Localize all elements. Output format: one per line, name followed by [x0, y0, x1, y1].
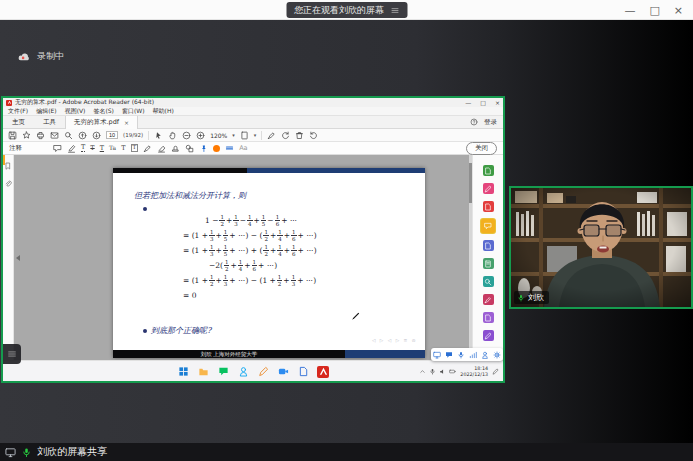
- print-icon[interactable]: [36, 131, 45, 140]
- highlighter-icon[interactable]: [67, 144, 76, 153]
- mic-icon[interactable]: [457, 351, 465, 359]
- zoom-level-label[interactable]: 120%: [210, 132, 227, 139]
- eraser-icon[interactable]: [157, 144, 166, 153]
- create-pdf-icon[interactable]: [483, 201, 494, 212]
- paperclip-icon[interactable]: [4, 180, 12, 188]
- notes-app-icon[interactable]: [257, 366, 269, 378]
- docs-app-icon[interactable]: [297, 366, 309, 378]
- select-cursor-icon[interactable]: [154, 131, 163, 140]
- text-tool-caret-icon[interactable]: T: [81, 144, 85, 152]
- fraction: 16: [275, 214, 281, 227]
- menu-item[interactable]: 编辑(E): [36, 107, 56, 116]
- menu-item[interactable]: 视图(V): [65, 107, 86, 116]
- page-view-icon[interactable]: [240, 131, 249, 140]
- send-comments-icon[interactable]: [483, 312, 494, 323]
- zoom-out-icon[interactable]: [182, 131, 191, 140]
- close-comment-toolbar-button[interactable]: 关闭: [466, 142, 497, 155]
- page-down-icon[interactable]: [92, 131, 101, 140]
- collapse-panel-arrow-icon[interactable]: [16, 255, 20, 261]
- minimize-button[interactable]: —: [624, 5, 635, 16]
- page-number-input[interactable]: [106, 131, 118, 139]
- menu-item[interactable]: 签名(S): [93, 107, 114, 116]
- pen-icon[interactable]: [143, 144, 152, 153]
- comment-icon[interactable]: [481, 219, 495, 233]
- text-tool-under-icon[interactable]: T: [100, 145, 104, 152]
- maximize-button[interactable]: □: [649, 5, 659, 16]
- edit-pdf-icon[interactable]: [483, 183, 494, 194]
- line-weight-icon[interactable]: [225, 144, 234, 153]
- scan-ocr-icon[interactable]: [483, 276, 494, 287]
- page-up-icon[interactable]: [78, 131, 87, 140]
- save-icon[interactable]: [8, 131, 17, 140]
- acrobat-reader-icon[interactable]: [317, 366, 329, 378]
- combine-files-icon[interactable]: [483, 240, 494, 251]
- shapes-icon[interactable]: [185, 144, 194, 153]
- chat-app-icon[interactable]: [237, 366, 249, 378]
- menu-item[interactable]: 窗口(W): [122, 107, 145, 116]
- mic-icon[interactable]: [429, 368, 436, 375]
- undo-icon[interactable]: [309, 131, 318, 140]
- chat-icon[interactable]: [445, 351, 453, 359]
- start-icon[interactable]: [177, 366, 189, 378]
- close-button[interactable]: ×: [674, 5, 683, 16]
- document-canvas[interactable]: 但若把加法和减法分开计算，则 1 − 12 + 13 − 14 + 15 − 1…: [14, 155, 469, 360]
- file-explorer-icon[interactable]: [197, 366, 209, 378]
- person-icon[interactable]: [481, 351, 489, 359]
- taskbar-clock[interactable]: 18:14 2022/12/13: [460, 366, 488, 378]
- banner-menu-icon[interactable]: [390, 6, 399, 15]
- star-icon[interactable]: [22, 131, 31, 140]
- tab-close-icon[interactable]: ×: [124, 119, 129, 126]
- signal-icon[interactable]: [469, 351, 477, 359]
- notification-pen-icon[interactable]: [492, 368, 499, 375]
- webcam-scene: [511, 188, 691, 307]
- organize-pages-icon[interactable]: [483, 258, 494, 269]
- acrobat-body: 但若把加法和减法分开计算，则 1 − 12 + 13 − 14 + 15 − 1…: [3, 155, 503, 360]
- font-size-label[interactable]: Aa: [239, 144, 247, 152]
- rotate-icon[interactable]: [281, 131, 290, 140]
- text-tool-plain-icon[interactable]: T: [121, 145, 125, 152]
- menu-item[interactable]: 文件(F): [8, 107, 28, 116]
- speaker-icon[interactable]: [439, 368, 446, 375]
- zoom-caret-icon[interactable]: ▾: [232, 132, 235, 138]
- help-icon[interactable]: [470, 118, 478, 126]
- gear-icon[interactable]: [493, 351, 501, 359]
- fill-sign-icon[interactable]: [483, 294, 494, 305]
- pen-icon[interactable]: [267, 131, 276, 140]
- page-view-caret-icon[interactable]: ▾: [254, 132, 257, 138]
- text-tool-sub-icon[interactable]: Ta: [109, 145, 116, 151]
- more-tools-icon[interactable]: [483, 330, 494, 341]
- text-tool-box-icon[interactable]: T: [131, 144, 139, 152]
- acrobat-minimize-button[interactable]: —: [465, 99, 471, 106]
- comment-bubble-icon[interactable]: [53, 144, 62, 153]
- tab-home[interactable]: 主页: [3, 118, 34, 127]
- monitor-icon[interactable]: [433, 351, 441, 359]
- fraction: 12: [263, 229, 269, 242]
- meeting-panel-handle[interactable]: [3, 344, 21, 364]
- hand-tool-icon[interactable]: [168, 131, 177, 140]
- stamp-icon[interactable]: [171, 144, 180, 153]
- slide-nav-controls[interactable]: ◁ ▷ ◁ ▷ ≡ ⊙: [372, 338, 417, 343]
- trash-icon[interactable]: [295, 131, 304, 140]
- wechat-icon[interactable]: [217, 366, 229, 378]
- battery-icon[interactable]: [449, 368, 456, 375]
- zoom-in-icon[interactable]: [196, 131, 205, 140]
- tab-document[interactable]: 无穷的算术.pdf ×: [65, 116, 138, 129]
- tab-tools[interactable]: 工具: [34, 118, 65, 127]
- email-icon[interactable]: [50, 131, 59, 140]
- watching-banner[interactable]: 您正在观看刘欣的屏幕: [286, 2, 407, 18]
- participant-video[interactable]: 刘欣: [509, 186, 693, 309]
- tencent-meeting-icon[interactable]: [277, 366, 289, 378]
- acrobat-maximize-button[interactable]: □: [480, 99, 486, 106]
- annotation-color-swatch[interactable]: [213, 145, 220, 152]
- chevron-up-icon[interactable]: [419, 368, 426, 375]
- sign-in-button[interactable]: 登录: [484, 118, 497, 127]
- pin-icon[interactable]: [199, 144, 208, 153]
- bookmark-icon[interactable]: [4, 162, 12, 170]
- text-tool-strike-icon[interactable]: T: [90, 145, 94, 152]
- acrobat-close-button[interactable]: ×: [495, 99, 500, 106]
- export-pdf-icon[interactable]: [483, 165, 494, 176]
- shared-screen: 无穷的算术.pdf - Adobe Acrobat Reader (64-bit…: [1, 96, 505, 383]
- fraction: 16: [291, 244, 297, 257]
- menu-item[interactable]: 帮助(H): [153, 107, 174, 116]
- search-icon[interactable]: [64, 131, 73, 140]
